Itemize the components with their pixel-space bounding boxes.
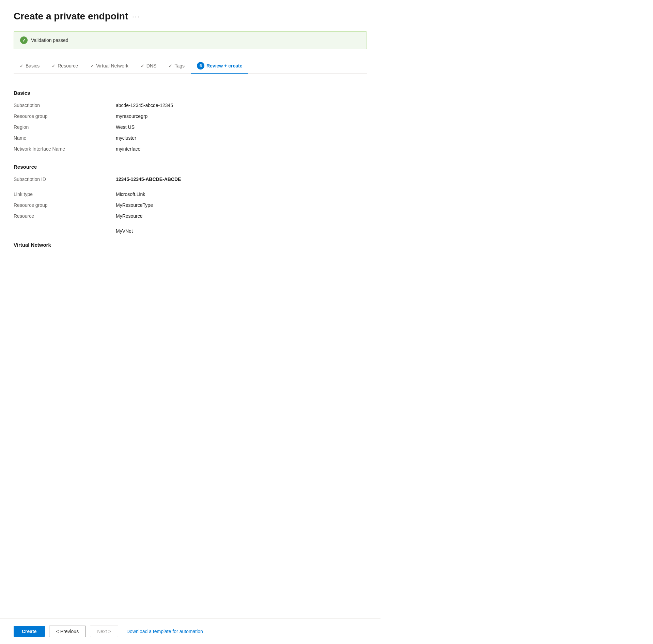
download-template-link[interactable]: Download a template for automation [126, 629, 203, 634]
resource-section-title: Resource [14, 158, 367, 174]
content-area: Basics Subscription abcde-12345-abcde-12… [14, 85, 367, 252]
field-label-resource: Resource [14, 211, 109, 221]
tab-check-resource: ✓ [52, 63, 56, 68]
validation-checkmark-icon [20, 36, 28, 44]
field-label-network-interface-name: Network Interface Name [14, 143, 109, 154]
tab-basics[interactable]: ✓ Basics [14, 60, 46, 73]
field-label-link-type: Link type [14, 189, 109, 200]
field-label-region: Region [14, 122, 109, 133]
tab-label-virtual-network: Virtual Network [96, 63, 128, 68]
virtual-network-section-title: Virtual Network [14, 236, 367, 252]
tab-label-basics: Basics [26, 63, 40, 68]
field-label-vnet-empty [14, 226, 109, 231]
field-value-resource: MyResource [109, 211, 367, 221]
tab-virtual-network[interactable]: ✓ Virtual Network [84, 60, 135, 73]
field-label-resource-group-basics: Resource group [14, 111, 109, 122]
tab-dns[interactable]: ✓ DNS [135, 60, 163, 73]
validation-banner: Validation passed [14, 31, 367, 49]
tab-review-create[interactable]: 6 Review + create [191, 59, 248, 74]
field-value-subscription: abcde-12345-abcde-12345 [109, 100, 367, 111]
tabs-container: ✓ Basics ✓ Resource ✓ Virtual Network ✓ … [14, 59, 367, 74]
validation-text: Validation passed [31, 37, 68, 43]
page-title: Create a private endpoint [14, 11, 128, 22]
field-value-link-type: Microsoft.Link [109, 189, 367, 200]
next-button: Next > [90, 626, 118, 637]
tab-resource[interactable]: ✓ Resource [46, 60, 84, 73]
field-value-resource-group-basics: myresourcegrp [109, 111, 367, 122]
field-value-subscription-id: 12345-12345-ABCDE-ABCDE [109, 174, 367, 185]
field-value-name: mycluster [109, 133, 367, 143]
previous-button[interactable]: < Previous [49, 626, 86, 637]
footer: Create < Previous Next > Download a temp… [0, 618, 380, 644]
field-value-vnet: MyVNet [109, 226, 367, 236]
tab-check-basics: ✓ [20, 63, 24, 68]
spacer-2 [14, 185, 367, 189]
more-options-icon[interactable]: ··· [132, 13, 140, 20]
field-label-subscription-id: Subscription ID [14, 174, 109, 185]
tab-check-virtual-network: ✓ [90, 63, 94, 68]
field-label-name: Name [14, 133, 109, 143]
tab-label-dns: DNS [146, 63, 157, 68]
field-value-network-interface-name: myinterface [109, 143, 367, 154]
tab-tags[interactable]: ✓ Tags [162, 60, 191, 73]
page-header: Create a private endpoint ··· [14, 11, 367, 22]
tab-check-dns: ✓ [141, 63, 144, 68]
basics-section-title: Basics [14, 85, 367, 100]
field-value-region: West US [109, 122, 367, 133]
field-value-resource-group-resource: MyResourceType [109, 200, 367, 211]
tab-label-review-create: Review + create [206, 63, 242, 68]
field-label-resource-group-resource: Resource group [14, 200, 109, 211]
field-label-subscription: Subscription [14, 100, 109, 111]
tab-label-tags: Tags [174, 63, 185, 68]
tab-label-resource: Resource [58, 63, 78, 68]
spacer-3 [14, 221, 367, 226]
create-button[interactable]: Create [14, 626, 45, 637]
tab-badge-review: 6 [197, 62, 204, 70]
tab-check-tags: ✓ [169, 63, 172, 68]
spacer-1 [14, 154, 367, 158]
